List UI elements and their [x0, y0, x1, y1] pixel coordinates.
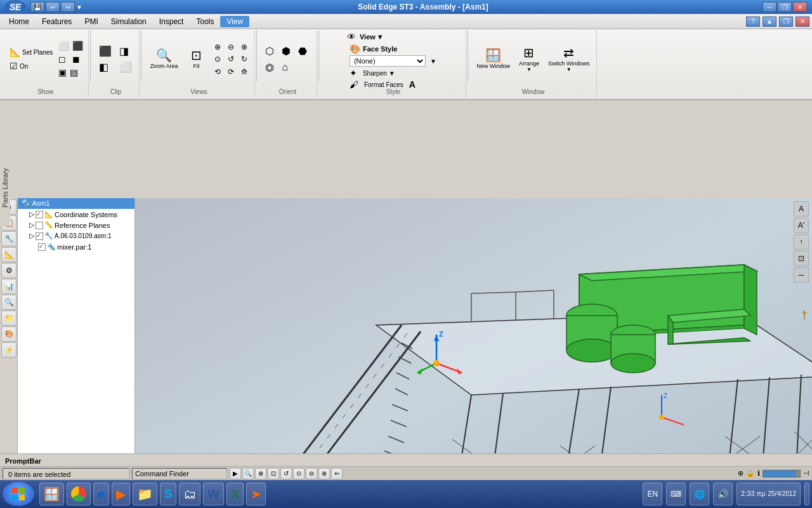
taskbar-excel[interactable]: X [226, 483, 244, 505]
views-btn-3[interactable]: ⊗ [238, 41, 251, 53]
ribbon-close-button[interactable]: ✕ [796, 17, 809, 27]
sidebar-btn-7[interactable]: 🔍 [1, 295, 16, 310]
new-window-button[interactable]: 🪟 New Window [473, 47, 513, 71]
sharpen-button[interactable]: Sharpen ▼ [360, 69, 398, 78]
nav-btn-6[interactable]: ⊙ [293, 468, 304, 479]
sidebar-btn-3[interactable]: 🔧 [1, 231, 16, 246]
taskbar-folder2[interactable]: 🗂 [179, 483, 200, 505]
sidebar-btn-8[interactable]: 📁 [1, 311, 16, 326]
taskbar-ie[interactable]: e [93, 483, 109, 505]
taskbar-app[interactable]: ➤ [246, 483, 266, 505]
menu-pmi[interactable]: PMI [78, 16, 104, 27]
taskbar-word[interactable]: W [203, 483, 224, 505]
taskbar-file-explorer[interactable]: 🪟 [39, 483, 64, 505]
checkbox-asm[interactable] [36, 232, 43, 240]
undo-button[interactable]: ↩ [46, 2, 60, 12]
help-button[interactable]: ? [746, 17, 760, 27]
locale-button[interactable]: EN [643, 483, 662, 505]
app-logo[interactable]: SE [5, 0, 25, 14]
orient-btn-2[interactable]: ⬢ [278, 43, 294, 58]
taskbar-chrome[interactable] [67, 483, 91, 505]
views-btn-2[interactable]: ⊖ [225, 41, 237, 53]
face-style-dropdown[interactable]: (None) [350, 55, 426, 67]
nav-btn-7[interactable]: ⊖ [306, 468, 317, 479]
save-button[interactable]: 💾 [30, 2, 44, 12]
checkbox-coord[interactable] [36, 211, 43, 218]
menu-inspect[interactable]: Inspect [153, 16, 190, 27]
orient-btn-5[interactable]: ⌂ [278, 60, 294, 75]
arrange-button[interactable]: ⊞ Arrange ▼ [516, 44, 542, 74]
tree-item-ref[interactable]: ▷ 📏 Reference Planes [18, 220, 134, 231]
switch-windows-button[interactable]: ⇄ Switch Windows ▼ [545, 44, 593, 74]
views-btn-1[interactable]: ⊕ [211, 41, 224, 53]
menu-simulation[interactable]: Simulation [105, 16, 153, 27]
show-desktop-button[interactable] [804, 483, 809, 505]
start-button[interactable] [3, 482, 34, 506]
nav-btn-1[interactable]: ▶ [230, 468, 241, 479]
checkbox-ref[interactable] [36, 222, 43, 229]
sidebar-btn-9[interactable]: 🎨 [1, 326, 16, 342]
tree-item-mixer[interactable]: 🔩 mixer.par:1 [18, 241, 134, 252]
orient-btn-3[interactable]: ⬣ [295, 43, 310, 58]
sidebar-btn-6[interactable]: 📊 [1, 279, 16, 294]
view-control-5[interactable]: ─ [794, 267, 809, 283]
view-control-2[interactable]: A' [794, 218, 809, 233]
views-btn-5[interactable]: ↺ [225, 53, 237, 65]
views-btn-9[interactable]: ⟰ [238, 66, 251, 77]
fit-button[interactable]: ⊡ Fit [183, 47, 209, 71]
tree-item-coord[interactable]: ▷ 📐 Coordinate Systems [18, 209, 134, 220]
clock[interactable]: 2:33 πμ 25/4/2012 [737, 483, 801, 505]
view-icon-5[interactable]: ▣ [57, 66, 68, 79]
minimize-button[interactable]: ─ [763, 2, 776, 12]
nav-btn-9[interactable]: ⇐ [331, 468, 343, 479]
ribbon-window-button[interactable]: ❐ [779, 17, 793, 27]
menu-view[interactable]: View [220, 16, 249, 27]
taskbar-media[interactable]: ▶ [112, 483, 130, 505]
clip-btn-3[interactable]: ◧ [96, 60, 115, 74]
views-btn-8[interactable]: ⟳ [225, 66, 237, 77]
orient-btn-1[interactable]: ⬡ [262, 43, 277, 58]
close-button[interactable]: ✕ [793, 2, 807, 12]
clip-btn-1[interactable]: ⬛ [96, 44, 115, 58]
network-icon[interactable]: 🌐 [690, 483, 709, 505]
view-control-3[interactable]: ↑ [794, 234, 809, 250]
view-control-1[interactable]: A [794, 201, 809, 217]
nav-btn-5[interactable]: ↺ [280, 468, 292, 479]
menu-tools[interactable]: Tools [190, 16, 220, 27]
mixer-icon: 🔩 [47, 243, 56, 251]
zoom-area-button[interactable]: 🔍 Zoom Area [147, 47, 181, 71]
nav-btn-8[interactable]: ⊕ [318, 468, 330, 479]
on-button[interactable]: ☑ On [6, 60, 56, 72]
sidebar-btn-5[interactable]: ⚙ [1, 263, 16, 278]
clip-btn-2[interactable]: ◨ [116, 44, 135, 58]
taskbar-folder1[interactable]: 📁 [133, 483, 157, 505]
sidebar-btn-10[interactable]: ⚡ [1, 342, 16, 358]
face-style-more[interactable]: ▼ [427, 57, 440, 66]
view-icon-1[interactable]: ⬜ [57, 39, 70, 52]
view-icon-4[interactable]: ◼ [71, 53, 84, 65]
views-btn-4[interactable]: ⊙ [211, 53, 224, 65]
menu-features[interactable]: Features [36, 16, 78, 27]
clip-btn-4[interactable]: ⬜ [116, 60, 135, 74]
nav-btn-2[interactable]: 🔍 [242, 468, 254, 479]
checkbox-mixer[interactable] [38, 243, 46, 251]
keyboard-layout-button[interactable]: ⌨ [666, 483, 686, 505]
view-control-4[interactable]: ⊡ [794, 251, 809, 266]
volume-icon[interactable]: 🔊 [713, 483, 733, 505]
nav-btn-3[interactable]: ⊕ [255, 468, 266, 479]
tree-item-asm[interactable]: ▷ 🔧 A.06.03.0109.asm:1 [18, 231, 134, 241]
taskbar-skype[interactable]: S [160, 483, 176, 505]
views-btn-6[interactable]: ↻ [238, 53, 251, 65]
nav-btn-4[interactable]: ⊡ [268, 468, 279, 479]
redo-button[interactable]: ↪ [61, 2, 75, 12]
views-btn-7[interactable]: ⟲ [211, 66, 224, 77]
sidebar-btn-4[interactable]: 📐 [1, 247, 16, 262]
view-icon-2[interactable]: ⬛ [71, 39, 84, 52]
view-icon-6[interactable]: ▤ [69, 66, 79, 79]
menu-home[interactable]: Home [3, 16, 36, 27]
set-planes-button[interactable]: 📐 Set Planes [6, 46, 56, 58]
view-icon-3[interactable]: ◻ [57, 53, 70, 65]
restore-button[interactable]: ❐ [778, 2, 792, 12]
ribbon-minimize-button[interactable]: ▲ [763, 17, 776, 27]
orient-btn-4[interactable]: ⏣ [262, 60, 277, 75]
